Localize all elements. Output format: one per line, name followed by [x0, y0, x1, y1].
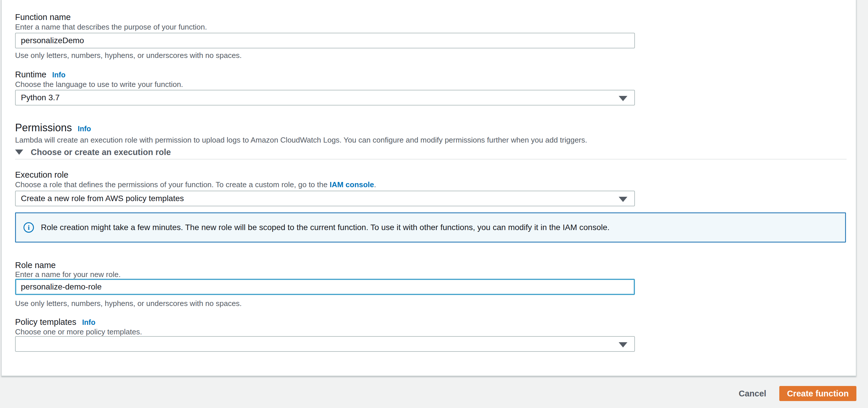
- execution-role-select[interactable]: Create a new role from AWS policy templa…: [15, 191, 635, 206]
- role-name-description: Enter a name for your new role.: [15, 270, 121, 279]
- permissions-info-link[interactable]: Info: [78, 124, 91, 133]
- role-creation-alert: i Role creation might take a few minutes…: [15, 212, 846, 243]
- role-name-label: Role name: [15, 260, 56, 270]
- policy-templates-info-link[interactable]: Info: [82, 318, 95, 326]
- execution-role-expander-label: Choose or create an execution role: [31, 147, 171, 157]
- execution-role-description-prefix: Choose a role that defines the permissio…: [15, 180, 330, 189]
- execution-role-label: Execution role: [15, 170, 68, 180]
- function-name-input[interactable]: [15, 33, 635, 49]
- expander-divider: [15, 159, 846, 160]
- function-name-label: Function name: [15, 12, 71, 22]
- execution-role-description: Choose a role that defines the permissio…: [15, 180, 376, 189]
- chevron-down-icon: [619, 96, 627, 101]
- execution-role-selected-value: Create a new role from AWS policy templa…: [21, 194, 616, 203]
- chevron-down-icon: [619, 197, 627, 202]
- function-name-helper: Use only letters, numbers, hyphens, or u…: [15, 51, 242, 60]
- role-creation-alert-text: Role creation might take a few minutes. …: [41, 223, 610, 232]
- permissions-description: Lambda will create an execution role wit…: [15, 136, 587, 145]
- policy-templates-description: Choose one or more policy templates.: [15, 327, 142, 337]
- create-function-button[interactable]: Create function: [779, 386, 857, 401]
- runtime-selected-value: Python 3.7: [21, 93, 616, 102]
- runtime-info-link[interactable]: Info: [52, 70, 65, 79]
- iam-console-link[interactable]: IAM console: [330, 180, 374, 189]
- cancel-button[interactable]: Cancel: [739, 388, 766, 399]
- permissions-heading: Permissions: [15, 122, 72, 134]
- runtime-label: Runtime: [15, 69, 46, 80]
- chevron-down-icon: [619, 342, 627, 347]
- function-name-description: Enter a name that describes the purpose …: [15, 23, 207, 32]
- policy-templates-label: Policy templates: [15, 317, 76, 327]
- runtime-select[interactable]: Python 3.7: [15, 90, 635, 105]
- info-icon: i: [24, 222, 34, 233]
- policy-templates-select[interactable]: [15, 336, 635, 352]
- caret-down-icon: [15, 150, 23, 155]
- role-name-input[interactable]: [15, 279, 635, 295]
- execution-role-description-suffix: .: [374, 180, 376, 189]
- role-name-helper: Use only letters, numbers, hyphens, or u…: [15, 299, 242, 308]
- execution-role-expander[interactable]: Choose or create an execution role: [15, 147, 171, 157]
- runtime-description: Choose the language to use to write your…: [15, 80, 183, 89]
